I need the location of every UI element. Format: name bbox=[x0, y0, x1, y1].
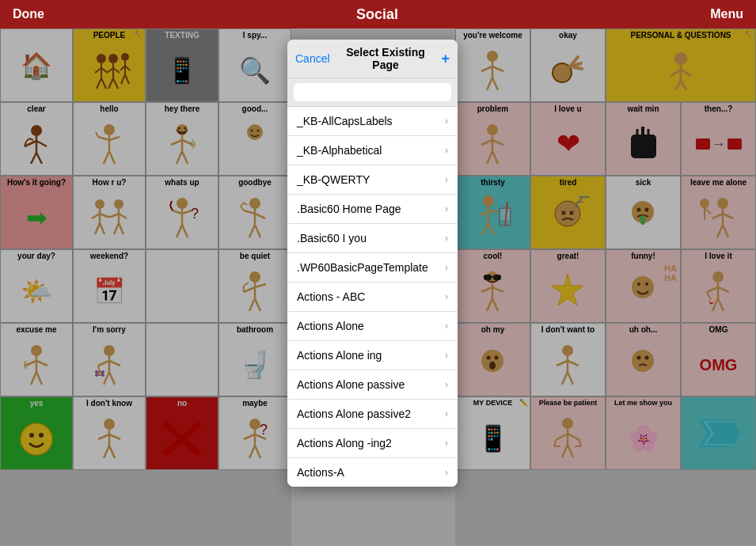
dropdown-item[interactable]: .Basic60 I you› bbox=[287, 224, 458, 253]
dropdown-modal: Cancel Select Existing Page + _KB-AllCap… bbox=[287, 40, 458, 487]
dropdown-item[interactable]: _KB-Alphabetical› bbox=[287, 136, 458, 165]
done-button[interactable]: Done bbox=[13, 7, 44, 21]
chevron-right-icon: › bbox=[445, 145, 448, 156]
dropdown-item[interactable]: Actions - ABC› bbox=[287, 282, 458, 312]
dropdown-item-label: .WP60BasicPageTemplate bbox=[297, 261, 428, 274]
topbar: Done Social Menu bbox=[0, 0, 756, 28]
chevron-right-icon: › bbox=[445, 262, 448, 273]
dropdown-item-label: .Basic60 I you bbox=[297, 232, 367, 245]
dropdown-header: Cancel Select Existing Page + bbox=[287, 40, 458, 78]
dropdown-title: Select Existing Page bbox=[335, 46, 437, 71]
dropdown-item-label: _KB-AllCapsLabels bbox=[297, 115, 393, 127]
dropdown-item-label: _KB-QWERTY bbox=[297, 173, 370, 186]
dropdown-item-label: Actions Alone ing bbox=[297, 349, 382, 362]
chevron-right-icon: › bbox=[445, 438, 448, 449]
search-input[interactable] bbox=[294, 83, 451, 101]
dropdown-item-label: _KB-Alphabetical bbox=[297, 144, 382, 157]
cancel-button[interactable]: Cancel bbox=[295, 52, 330, 65]
dropdown-item-label: Actions-A bbox=[297, 466, 344, 479]
chevron-right-icon: › bbox=[445, 350, 448, 361]
dropdown-item[interactable]: _KB-AllCapsLabels› bbox=[287, 107, 458, 136]
dropdown-item-label: Actions Alone passive bbox=[297, 378, 405, 391]
dropdown-item-label: Actions Alone passive2 bbox=[297, 408, 411, 420]
page-title: Social bbox=[356, 6, 398, 23]
chevron-right-icon: › bbox=[445, 320, 448, 332]
chevron-right-icon: › bbox=[445, 467, 448, 478]
dropdown-item[interactable]: Actions Alone ing› bbox=[287, 341, 458, 370]
chevron-right-icon: › bbox=[445, 408, 448, 419]
add-page-button[interactable]: + bbox=[441, 51, 450, 67]
dropdown-item[interactable]: .WP60BasicPageTemplate› bbox=[287, 253, 458, 282]
dropdown-item-label: Actions Alone bbox=[297, 320, 364, 332]
search-container bbox=[287, 78, 458, 107]
dropdown-item[interactable]: Actions Alone› bbox=[287, 312, 458, 341]
menu-button[interactable]: Menu bbox=[710, 7, 743, 21]
chevron-right-icon: › bbox=[445, 233, 448, 244]
dropdown-item-label: Actions Along -ing2 bbox=[297, 437, 392, 449]
dropdown-item[interactable]: .Basic60 Home Page› bbox=[287, 195, 458, 224]
chevron-right-icon: › bbox=[445, 291, 448, 302]
chevron-right-icon: › bbox=[445, 174, 448, 185]
dropdown-item[interactable]: Actions-A› bbox=[287, 458, 458, 487]
chevron-right-icon: › bbox=[445, 379, 448, 390]
dropdown-item-label: .Basic60 Home Page bbox=[297, 203, 401, 215]
dropdown-item-label: Actions - ABC bbox=[297, 290, 365, 303]
dropdown-item[interactable]: Actions Along -ing2› bbox=[287, 429, 458, 458]
chevron-right-icon: › bbox=[445, 203, 448, 214]
dropdown-item[interactable]: Actions Alone passive› bbox=[287, 370, 458, 400]
dropdown-item[interactable]: _KB-QWERTY› bbox=[287, 165, 458, 195]
dropdown-list: _KB-AllCapsLabels›_KB-Alphabetical›_KB-Q… bbox=[287, 107, 458, 487]
chevron-right-icon: › bbox=[445, 116, 448, 127]
dropdown-item[interactable]: Actions Alone passive2› bbox=[287, 400, 458, 429]
